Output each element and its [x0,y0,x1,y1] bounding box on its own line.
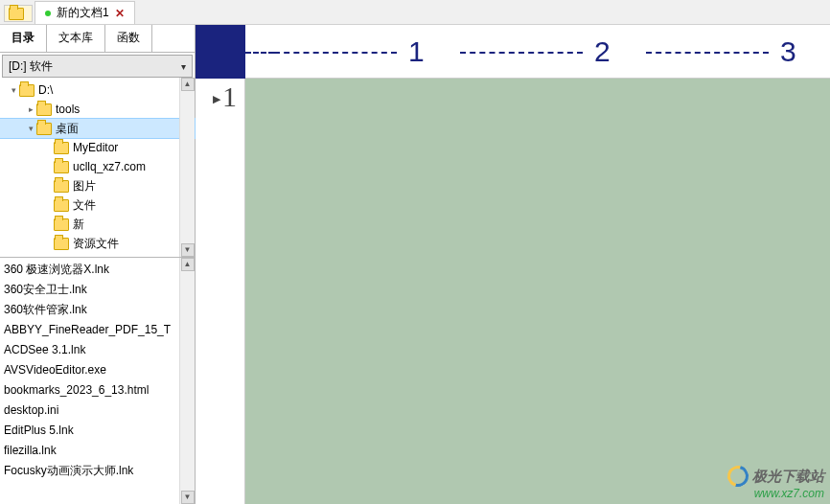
document-modified-dot-icon [45,11,51,16]
chevron-right-icon[interactable]: ▸ [25,104,36,114]
folder-tree: ▾D:\▸tools▾桌面MyEditorucllq_xz7.com图片文件新资… [0,78,195,258]
folder-label: MyEditor [73,141,118,154]
current-line-marker-icon: ▶ [213,93,220,105]
file-list-item[interactable]: bookmarks_2023_6_13.html [4,380,195,401]
horizontal-ruler: 123 [196,25,830,79]
file-list-item[interactable]: EditPlus 5.lnk [4,421,195,441]
folder-label: 图片 [73,178,96,195]
editor-area: 123 ▶1 [196,25,830,504]
folder-label: 桌面 [56,121,79,137]
ruler-tick-segment [245,52,274,54]
folder-label: ucllq_xz7.com [73,160,146,173]
ruler-number: 3 [780,35,796,68]
document-tab-title: 新的文档1 [57,5,109,21]
folder-label: D:\ [38,83,53,97]
side-tab-2[interactable]: 函数 [105,25,152,52]
folder-icon [36,123,52,135]
folder-icon [54,180,69,193]
scroll-down-button[interactable]: ▼ [181,491,195,504]
ruler-tick-segment [646,52,769,54]
scroll-down-button[interactable]: ▼ [181,243,195,257]
side-panel-tabs: 目录文本库函数 [0,25,195,53]
document-tab[interactable]: 新的文档1 ✕ [35,1,135,24]
app-root: 新的文档1 ✕ 目录文本库函数 [D:] 软件 ▾ ▾D:\▸tools▾桌面M… [0,0,830,504]
folder-icon [36,103,52,116]
folder-tree-item[interactable]: 图片 [0,176,195,195]
file-list-item[interactable]: filezilla.lnk [4,441,195,461]
drive-select[interactable]: [D:] 软件 ▾ [2,55,193,78]
file-list-item[interactable]: ABBYY_FineReader_PDF_15_T [4,320,195,340]
chevron-down-icon[interactable]: ▾ [25,124,36,133]
file-list-scrollbar[interactable]: ▲ ▼ [179,258,195,504]
close-tab-button[interactable]: ✕ [115,7,125,20]
file-list-item[interactable]: 360安全卫士.lnk [4,280,195,300]
chevron-down-icon[interactable]: ▾ [8,85,19,95]
folder-label: 资源文件 [73,236,119,252]
file-list-item[interactable]: desktop.ini [4,401,195,421]
ruler-tick-segment [460,52,583,54]
file-list-item[interactable]: 360软件管家.lnk [4,300,195,320]
chevron-down-icon: ▾ [181,61,186,72]
folder-icon [54,161,69,173]
side-tab-1[interactable]: 文本库 [47,25,105,52]
folder-tree-item[interactable]: MyEditor [0,138,195,157]
side-panel: 目录文本库函数 [D:] 软件 ▾ ▾D:\▸tools▾桌面MyEditoru… [0,25,196,504]
file-list-item[interactable]: 360 极速浏览器X.lnk [4,260,195,280]
folder-tree-item[interactable]: 新 [0,215,195,234]
folder-tree-item[interactable]: ucllq_xz7.com [0,157,195,176]
folder-icon [54,199,69,212]
scroll-up-button[interactable]: ▲ [181,258,195,271]
file-list-item[interactable]: ACDSee 3.1.lnk [4,340,195,360]
folder-tree-item[interactable]: ▾桌面 [0,119,195,138]
file-list: 360 极速浏览器X.lnk360安全卫士.lnk360软件管家.lnkABBY… [0,258,195,504]
folder-label: 文件 [73,197,96,214]
scroll-up-button[interactable]: ▲ [181,78,195,91]
file-list-item[interactable]: AVSVideoEditor.exe [4,360,195,380]
open-folder-icon[interactable] [4,5,33,22]
folder-label: tools [56,103,80,116]
side-tab-0[interactable]: 目录 [0,25,47,52]
ruler-number: 1 [408,35,425,68]
drive-select-value: [D:] 软件 [9,58,53,75]
file-list-item[interactable]: Focusky动画演示大师.lnk [4,461,195,481]
line-number-gutter: ▶1 [196,79,245,504]
line-number: ▶1 [196,80,237,113]
folder-tree-item[interactable]: ▸tools [0,100,195,119]
ruler-number: 2 [594,35,611,68]
document-tabbar: 新的文档1 ✕ [0,0,830,25]
folder-icon [54,238,69,250]
folder-icon [54,218,69,231]
folder-tree-scrollbar[interactable]: ▲ ▼ [179,78,195,257]
folder-tree-item[interactable]: 资源文件 [0,234,195,253]
folder-tree-item[interactable]: ▾D:\ [0,80,195,100]
folder-icon [54,142,69,154]
folder-icon [19,84,35,97]
folder-tree-item[interactable]: 文件 [0,195,195,215]
ruler-corner [196,25,245,79]
folder-label: 新 [73,217,84,233]
ruler-tick-segment [274,52,397,54]
editor-canvas[interactable] [245,79,830,504]
